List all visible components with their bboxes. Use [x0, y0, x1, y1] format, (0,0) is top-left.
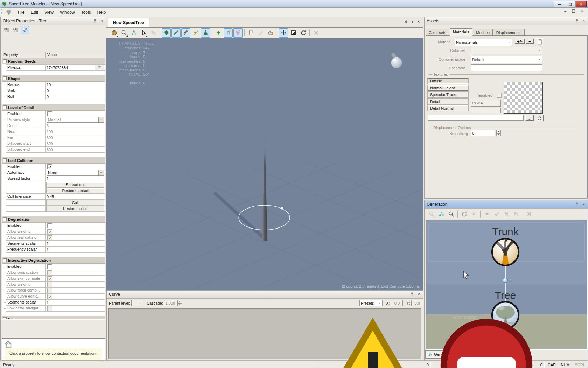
property-row[interactable]: Radius10: [6, 82, 105, 88]
menu-tools[interactable]: Tools: [78, 8, 94, 16]
node-link-icon[interactable]: [437, 210, 446, 219]
property-row[interactable]: AutomaticNone: [6, 170, 105, 176]
menu-help[interactable]: Help: [94, 8, 109, 16]
material-dropdown[interactable]: No materials: [455, 39, 512, 46]
section-header[interactable]: Degradation: [2, 216, 105, 223]
property-row[interactable]: Billboard end300: [6, 147, 105, 153]
texture-slot-normal-height[interactable]: Normal/Height: [428, 85, 468, 91]
menu-window[interactable]: Window: [57, 8, 78, 16]
material-add-button[interactable]: +: [526, 39, 534, 44]
wand-icon[interactable]: [191, 28, 200, 38]
leaf-fern-icon[interactable]: [172, 28, 181, 38]
property-value[interactable]: 1: [46, 300, 105, 305]
connector-count-dot[interactable]: [503, 278, 508, 283]
dice-icon[interactable]: [469, 210, 478, 219]
property-row[interactable]: Roll0: [6, 94, 105, 100]
delete-icon[interactable]: [312, 28, 321, 38]
delete-icon[interactable]: [525, 210, 534, 219]
magnet-icon[interactable]: [224, 28, 233, 38]
mdi-restore-button[interactable]: ❐: [571, 9, 576, 14]
grid-expand-icon[interactable]: [2, 26, 11, 34]
rotate-icon[interactable]: [460, 210, 469, 219]
paste-material-icon[interactable]: [535, 38, 544, 45]
property-row[interactable]: Count3: [6, 123, 105, 129]
pin-icon[interactable]: [574, 202, 580, 207]
user-data-input[interactable]: [471, 64, 542, 71]
property-row[interactable]: Far300: [6, 135, 105, 141]
close-panel-icon[interactable]: ×: [581, 202, 586, 207]
property-row[interactable]: Low detail navigat...: [6, 306, 105, 312]
section-header[interactable]: Level of Detail: [2, 104, 105, 111]
property-row[interactable]: Restore culled: [6, 206, 105, 212]
property-action-button[interactable]: Restore spread: [47, 188, 104, 193]
property-action-button[interactable]: Cull: [47, 200, 104, 205]
branch-icon[interactable]: [181, 28, 190, 38]
pin-icon[interactable]: [574, 18, 580, 23]
eye-icon[interactable]: [482, 210, 491, 219]
flag-icon[interactable]: [246, 28, 255, 38]
compiler-usage-dropdown[interactable]: Default: [471, 56, 542, 63]
property-row[interactable]: Cull: [6, 200, 105, 206]
property-row[interactable]: Spread factor1: [6, 176, 105, 182]
property-row[interactable]: Enabled: [6, 164, 105, 170]
property-row[interactable]: Allow force comp...: [6, 288, 105, 294]
reload-texture-icon[interactable]: [535, 115, 544, 121]
property-row[interactable]: Cull tolerance0.45: [6, 194, 105, 200]
smoothing-spinner[interactable]: [496, 130, 501, 136]
browse-button[interactable]: ...: [525, 115, 534, 121]
property-value[interactable]: 0.45: [46, 194, 105, 199]
texture-slot-detail-normal[interactable]: Detail Normal: [428, 105, 468, 111]
balloons-icon[interactable]: [233, 28, 243, 38]
property-row[interactable]: Segments scalar1: [6, 241, 105, 247]
leaf-maple-icon[interactable]: [162, 28, 171, 38]
chevron-down-icon[interactable]: [98, 170, 104, 175]
property-dropdown[interactable]: None: [47, 170, 104, 176]
minimize-button[interactable]: —: [554, 1, 565, 7]
property-row[interactable]: Sink0: [6, 88, 105, 94]
errors-indicator[interactable]: 0: [432, 362, 545, 368]
menu-view[interactable]: View: [41, 8, 57, 16]
assets-tab-color-sets[interactable]: Color sets: [426, 29, 449, 36]
property-action-button[interactable]: Spread out: [47, 182, 104, 187]
property-value[interactable]: 0: [46, 88, 105, 94]
property-row[interactable]: Allow curve edit c...: [6, 294, 105, 300]
property-row[interactable]: Allow skin compute: [6, 276, 105, 282]
property-row[interactable]: Physics1747072384: [6, 64, 105, 71]
close-panel-icon[interactable]: ×: [99, 18, 104, 23]
close-panel-icon[interactable]: ×: [581, 18, 586, 23]
property-checkbox[interactable]: [47, 111, 52, 116]
lock-icon[interactable]: [502, 210, 511, 219]
property-checkbox[interactable]: [47, 223, 52, 228]
property-row[interactable]: Allow propagation: [6, 270, 105, 276]
assets-tab-displacements[interactable]: Displacements: [493, 29, 525, 36]
rotate-icon[interactable]: [299, 28, 308, 38]
texture-slot-detail[interactable]: Detail: [428, 99, 468, 104]
section-header[interactable]: File: [2, 316, 105, 320]
property-row[interactable]: Restore spread: [6, 188, 105, 194]
node-link-icon[interactable]: [129, 28, 138, 38]
property-value[interactable]: 1: [46, 247, 105, 252]
property-row[interactable]: Enabled: [6, 264, 105, 270]
property-row[interactable]: Allow welding: [6, 282, 105, 288]
zoom-icon[interactable]: [447, 210, 456, 219]
section-header[interactable]: Leaf Collision: [2, 157, 105, 164]
property-row[interactable]: Frequency scalar1: [6, 247, 105, 253]
corner-icon[interactable]: [289, 28, 298, 38]
restore-button[interactable]: ❐: [565, 1, 576, 7]
tree-icon[interactable]: [201, 28, 210, 38]
tab-scroll-left-icon[interactable]: [404, 20, 407, 23]
property-row[interactable]: Near100: [6, 129, 105, 135]
assets-tab-materials[interactable]: Materials: [450, 28, 473, 36]
property-row[interactable]: Enabled: [6, 111, 105, 117]
grid-collapse-icon[interactable]: [12, 26, 20, 34]
warnings-indicator[interactable]: 0: [318, 362, 431, 368]
pin-icon[interactable]: [92, 18, 98, 23]
darts-icon[interactable]: [256, 28, 265, 38]
tab-scroll-right-icon[interactable]: [411, 20, 414, 23]
material-add-remove-button[interactable]: +/-: [515, 39, 525, 44]
move-icon[interactable]: [279, 28, 288, 38]
property-row[interactable]: Spread out: [6, 182, 105, 188]
menu-edit[interactable]: Edit: [28, 8, 41, 16]
add-icon[interactable]: [214, 28, 223, 38]
property-value[interactable]: 1747072384: [46, 65, 105, 70]
